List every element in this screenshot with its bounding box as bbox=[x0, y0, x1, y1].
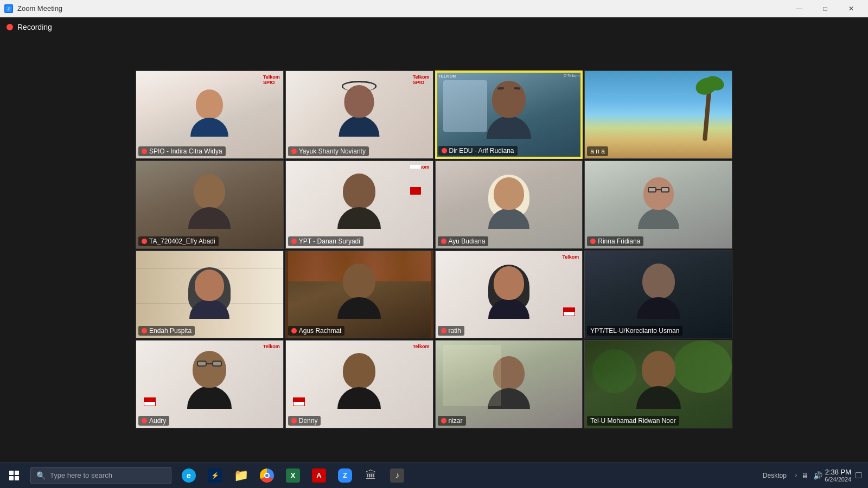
participant-cell-spio[interactable]: TelkomSPIO SPIO - Indira Citra Widya bbox=[136, 70, 284, 159]
participant-cell-ana[interactable]: a n a bbox=[584, 70, 732, 159]
mic-icon bbox=[142, 418, 147, 423]
powershell-icon: ⚡ bbox=[208, 468, 222, 483]
mic-icon bbox=[441, 418, 446, 423]
mic-icon bbox=[441, 239, 446, 244]
mic-icon bbox=[291, 149, 297, 154]
mic-icon bbox=[291, 239, 297, 244]
taskbar-app-folder[interactable]: 📁 bbox=[228, 463, 254, 489]
participant-cell-nizar[interactable]: nizar bbox=[435, 340, 583, 428]
title-bar: Z Zoom Meeting — □ ✕ bbox=[0, 0, 868, 17]
search-placeholder: Type here to search bbox=[50, 471, 112, 479]
close-button[interactable]: ✕ bbox=[839, 0, 864, 17]
participant-name-endah: Endah Puspita bbox=[138, 326, 195, 336]
participant-name-ayu: Ayu Budiana bbox=[438, 236, 489, 246]
excel-icon: X bbox=[286, 468, 300, 483]
chrome-icon bbox=[260, 468, 274, 483]
participant-name-nizar: nizar bbox=[438, 416, 466, 426]
participant-cell-ridwan[interactable]: Tel-U Mohamad Ridwan Noor bbox=[584, 340, 732, 428]
participant-cell-effy[interactable]: TA_720402_Effy Abadi bbox=[136, 160, 284, 249]
participant-name-denny: Denny bbox=[288, 416, 321, 426]
participant-name-yayuk: Yayuk Shanty Novianty bbox=[288, 146, 369, 156]
participant-name-arif: Dir EDU - Arif Rudiana bbox=[438, 146, 518, 156]
participant-name-ridwan: Tel-U Mohamad Ridwan Noor bbox=[587, 416, 679, 426]
participant-cell-denny[interactable]: Telkom Denny bbox=[285, 340, 433, 428]
mic-icon bbox=[291, 418, 297, 423]
recording-dot bbox=[7, 24, 13, 30]
participant-name-ratih: ratih bbox=[438, 326, 464, 336]
audio-icon: ♪ bbox=[390, 468, 404, 483]
mic-icon bbox=[590, 239, 596, 244]
participant-cell-koredianto[interactable]: YPT/TEL-U/Koredianto Usman bbox=[584, 251, 732, 339]
participant-name-ana: a n a bbox=[587, 146, 608, 156]
participant-cell-rinna[interactable]: Rinna Fridiana bbox=[584, 160, 732, 249]
folder-icon: 📁 bbox=[234, 468, 248, 483]
taskbar-app-excel[interactable]: X bbox=[280, 463, 306, 489]
acrobat-icon: A bbox=[312, 468, 326, 483]
system-tray: 🖥 🔊 bbox=[801, 471, 822, 480]
search-bar[interactable]: 🔍 Type here to search bbox=[30, 467, 171, 484]
search-icon: 🔍 bbox=[36, 471, 46, 480]
recording-bar: Recording bbox=[0, 17, 868, 37]
desktop-label[interactable]: Desktop bbox=[758, 472, 791, 479]
participant-cell-audry[interactable]: Telkom Audry bbox=[136, 340, 284, 428]
taskbar-app-building[interactable]: 🏛 bbox=[358, 463, 384, 489]
start-button[interactable] bbox=[0, 463, 28, 489]
svg-text:Z: Z bbox=[8, 7, 10, 11]
zoom-app-icon: Z bbox=[4, 4, 13, 13]
network-icon[interactable]: 🖥 bbox=[801, 471, 809, 480]
minimize-button[interactable]: — bbox=[787, 0, 812, 17]
participant-cell-yayuk[interactable]: TelkomSPIO Yayuk Shanty Novianty bbox=[285, 70, 433, 159]
mic-icon bbox=[142, 239, 147, 244]
participant-name-koredianto: YPT/TEL-U/Koredianto Usman bbox=[587, 326, 682, 336]
windows-icon bbox=[9, 471, 19, 480]
edge-icon: e bbox=[182, 468, 196, 483]
taskbar-app-zoom[interactable]: Z bbox=[332, 463, 358, 489]
window-title: Zoom Meeting bbox=[17, 4, 62, 12]
participant-name-effy: TA_720402_Effy Abadi bbox=[138, 236, 219, 246]
participant-cell-ayu[interactable]: Ayu Budiana bbox=[435, 160, 583, 249]
taskbar-app-powershell[interactable]: ⚡ bbox=[202, 463, 228, 489]
taskbar-right: Desktop › 🖥 🔊 2:38 PM 6/24/2024 □ bbox=[758, 468, 868, 483]
clock-time: 2:38 PM bbox=[825, 468, 851, 476]
participant-cell-endah[interactable]: Endah Puspita bbox=[136, 251, 284, 339]
video-area: TelkomSPIO SPIO - Indira Citra Widya Tel… bbox=[0, 37, 868, 462]
participant-name-spio: SPIO - Indira Citra Widya bbox=[138, 146, 226, 156]
video-grid: TelkomSPIO SPIO - Indira Citra Widya Tel… bbox=[136, 70, 732, 428]
participant-name-audry: Audry bbox=[138, 416, 169, 426]
window-controls: — □ ✕ bbox=[787, 0, 864, 17]
participant-cell-agus[interactable]: Agus Rachmat bbox=[285, 251, 433, 339]
taskbar-apps: e ⚡ 📁 X A Z 🏛 bbox=[176, 463, 410, 489]
participant-name-rinna: Rinna Fridiana bbox=[587, 236, 643, 246]
volume-icon[interactable]: 🔊 bbox=[813, 471, 822, 480]
mic-icon bbox=[291, 328, 297, 333]
participant-cell-ratih[interactable]: Telkom ratih bbox=[435, 251, 583, 339]
taskbar-app-acrobat[interactable]: A bbox=[306, 463, 332, 489]
maximize-button[interactable]: □ bbox=[813, 0, 838, 17]
participant-cell-arif[interactable]: TELKOM C·Telkom Dir EDU - Arif Rudiana bbox=[435, 70, 583, 159]
building-icon: 🏛 bbox=[364, 468, 378, 483]
zoom-icon: Z bbox=[338, 468, 352, 483]
mic-icon bbox=[441, 328, 446, 333]
clock-date: 6/24/2024 bbox=[825, 476, 851, 483]
participant-name-danan: YPT - Danan Suryadi bbox=[288, 236, 363, 246]
clock[interactable]: 2:38 PM 6/24/2024 bbox=[825, 468, 851, 483]
recording-label: Recording bbox=[17, 23, 52, 31]
chevron-up-icon[interactable]: › bbox=[793, 470, 799, 480]
taskbar-app-edge[interactable]: e bbox=[176, 463, 202, 489]
title-bar-left: Z Zoom Meeting bbox=[4, 4, 62, 13]
mic-icon bbox=[442, 148, 447, 153]
mic-icon bbox=[142, 328, 147, 333]
participant-name-agus: Agus Rachmat bbox=[288, 326, 345, 336]
notification-button[interactable]: □ bbox=[853, 470, 864, 481]
taskbar: 🔍 Type here to search e ⚡ 📁 X A bbox=[0, 462, 868, 488]
mic-icon bbox=[142, 149, 147, 154]
taskbar-app-audio[interactable]: ♪ bbox=[384, 463, 410, 489]
taskbar-app-chrome[interactable] bbox=[254, 463, 280, 489]
participant-cell-danan[interactable]: Telkom YPT - Danan Suryadi bbox=[285, 160, 433, 249]
